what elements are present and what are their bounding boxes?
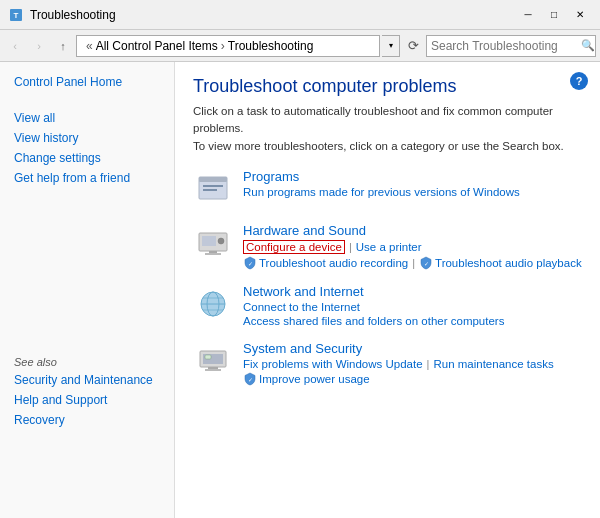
refresh-button[interactable]: ⟳	[402, 35, 424, 57]
desc-line1: Click on a task to automatically trouble…	[193, 105, 553, 134]
breadcrumb-separator: ›	[221, 39, 225, 53]
shield-icon-power: ✓	[243, 372, 257, 386]
category-network: Network and Internet Connect to the Inte…	[193, 284, 582, 327]
svg-point-8	[218, 238, 224, 244]
search-submit-button[interactable]: 🔍	[581, 37, 595, 55]
search-input[interactable]	[431, 39, 581, 53]
search-box: 🔍	[426, 35, 596, 57]
network-title[interactable]: Network and Internet	[243, 284, 582, 299]
maximize-button[interactable]: □	[542, 5, 566, 25]
sep2: |	[412, 257, 415, 269]
forward-button[interactable]: ›	[28, 35, 50, 57]
window-title: Troubleshooting	[30, 8, 516, 22]
breadcrumb-control-panel[interactable]: All Control Panel Items	[96, 39, 218, 53]
content-area: ? Troubleshoot computer problems Click o…	[175, 62, 600, 518]
page-title: Troubleshoot computer problems	[193, 76, 582, 97]
category-hardware: Hardware and Sound Configure a device | …	[193, 223, 582, 270]
system-info: System and Security Fix problems with Wi…	[243, 341, 582, 386]
system-link-maintenance[interactable]: Run maintenance tasks	[433, 358, 553, 370]
sidebar-item-view-all[interactable]: View all	[0, 108, 174, 128]
window-controls: ─ □ ✕	[516, 5, 592, 25]
system-icon	[193, 341, 233, 381]
see-also-label: See also	[0, 348, 175, 370]
network-link-row-1: Connect to the Internet	[243, 301, 360, 313]
system-link-row-2: ✓ Improve power usage	[243, 372, 370, 386]
close-button[interactable]: ✕	[568, 5, 592, 25]
network-icon	[193, 284, 233, 324]
svg-text:✓: ✓	[248, 261, 253, 267]
programs-info: Programs Run programs made for previous …	[243, 169, 520, 198]
shield-icon-audio-rec: ✓	[243, 256, 257, 270]
up-button[interactable]: ↑	[52, 35, 74, 57]
system-link-row-1: Fix problems with Windows Update | Run m…	[243, 358, 554, 370]
system-link-windows-update[interactable]: Fix problems with Windows Update	[243, 358, 423, 370]
hardware-title[interactable]: Hardware and Sound	[243, 223, 582, 238]
sidebar-item-recovery[interactable]: Recovery	[0, 410, 175, 430]
help-icon[interactable]: ?	[570, 72, 588, 90]
hardware-icon	[193, 223, 233, 263]
hardware-link-configure[interactable]: Configure a device	[243, 240, 345, 254]
hardware-link-audio-rec[interactable]: Troubleshoot audio recording	[259, 257, 408, 269]
network-link-shared[interactable]: Access shared files and folders on other…	[243, 315, 504, 327]
system-links: Fix problems with Windows Update | Run m…	[243, 358, 582, 386]
svg-text:✓: ✓	[424, 261, 429, 267]
system-link-power[interactable]: Improve power usage	[259, 373, 370, 385]
back-button[interactable]: ‹	[4, 35, 26, 57]
svg-text:T: T	[14, 11, 19, 20]
shield-icon-audio-play: ✓	[419, 256, 433, 270]
hardware-info: Hardware and Sound Configure a device | …	[243, 223, 582, 270]
sep3: |	[427, 358, 430, 370]
sidebar-item-help-support[interactable]: Help and Support	[0, 390, 175, 410]
hardware-link-row-2: ✓ Troubleshoot audio recording | ✓ Troub…	[243, 256, 582, 270]
svg-rect-20	[208, 367, 218, 369]
address-dropdown-button[interactable]: ▾	[382, 35, 400, 57]
network-link-internet[interactable]: Connect to the Internet	[243, 301, 360, 313]
network-link-row-2: Access shared files and folders on other…	[243, 315, 504, 327]
hardware-link-printer[interactable]: Use a printer	[356, 241, 422, 253]
sep1: |	[349, 241, 352, 253]
address-path: « All Control Panel Items › Troubleshoot…	[76, 35, 380, 57]
svg-rect-21	[205, 369, 221, 371]
desc-line2: To view more troubleshooters, click on a…	[193, 140, 564, 152]
hardware-link-row-1: Configure a device | Use a printer	[243, 240, 422, 254]
breadcrumb-current: Troubleshooting	[228, 39, 314, 53]
content-description: Click on a task to automatically trouble…	[193, 103, 582, 155]
sidebar: Control Panel Home View all View history…	[0, 62, 175, 518]
breadcrumb-arrow: «	[86, 39, 93, 53]
svg-rect-9	[209, 251, 217, 253]
programs-icon	[193, 169, 233, 209]
network-info: Network and Internet Connect to the Inte…	[243, 284, 582, 327]
category-system: System and Security Fix problems with Wi…	[193, 341, 582, 386]
title-bar: T Troubleshooting ─ □ ✕	[0, 0, 600, 30]
sidebar-item-view-history[interactable]: View history	[0, 128, 174, 148]
sidebar-item-change-settings[interactable]: Change settings	[0, 148, 174, 168]
sidebar-item-get-help[interactable]: Get help from a friend	[0, 168, 174, 188]
svg-rect-10	[205, 253, 221, 255]
hardware-link-audio-play[interactable]: Troubleshoot audio playback	[435, 257, 582, 269]
address-bar: ‹ › ↑ « All Control Panel Items › Troubl…	[0, 30, 600, 62]
programs-link-1[interactable]: Run programs made for previous versions …	[243, 186, 520, 198]
programs-title[interactable]: Programs	[243, 169, 520, 184]
hardware-links: Configure a device | Use a printer ✓ Tro…	[243, 240, 582, 270]
svg-text:✓: ✓	[248, 377, 253, 383]
sidebar-item-security-maintenance[interactable]: Security and Maintenance	[0, 370, 175, 390]
svg-rect-4	[203, 185, 223, 187]
svg-rect-3	[199, 177, 227, 182]
programs-links: Run programs made for previous versions …	[243, 186, 520, 198]
minimize-button[interactable]: ─	[516, 5, 540, 25]
svg-rect-22	[205, 355, 211, 359]
sidebar-item-control-panel-home[interactable]: Control Panel Home	[0, 72, 174, 92]
network-links: Connect to the Internet Access shared fi…	[243, 301, 582, 327]
app-icon: T	[8, 7, 24, 23]
svg-rect-7	[202, 236, 216, 246]
system-title[interactable]: System and Security	[243, 341, 582, 356]
svg-rect-5	[203, 189, 217, 191]
main-container: Control Panel Home View all View history…	[0, 62, 600, 518]
category-programs: Programs Run programs made for previous …	[193, 169, 582, 209]
